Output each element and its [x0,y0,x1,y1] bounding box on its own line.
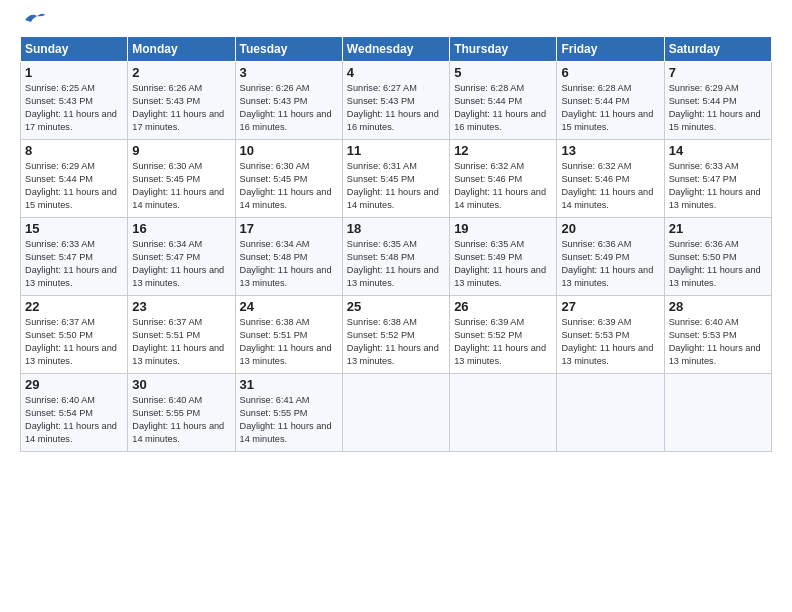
day-info: Sunrise: 6:37 AMSunset: 5:51 PMDaylight:… [132,316,230,368]
calendar-row-1: 8Sunrise: 6:29 AMSunset: 5:44 PMDaylight… [21,140,772,218]
day-number: 14 [669,143,767,158]
header-day-monday: Monday [128,37,235,62]
day-info: Sunrise: 6:33 AMSunset: 5:47 PMDaylight:… [25,238,123,290]
day-info: Sunrise: 6:26 AMSunset: 5:43 PMDaylight:… [240,82,338,134]
day-number: 8 [25,143,123,158]
day-number: 5 [454,65,552,80]
day-info: Sunrise: 6:32 AMSunset: 5:46 PMDaylight:… [561,160,659,212]
calendar-cell: 19Sunrise: 6:35 AMSunset: 5:49 PMDayligh… [450,218,557,296]
day-number: 15 [25,221,123,236]
day-number: 20 [561,221,659,236]
day-number: 1 [25,65,123,80]
header-row: SundayMondayTuesdayWednesdayThursdayFrid… [21,37,772,62]
calendar-table: SundayMondayTuesdayWednesdayThursdayFrid… [20,36,772,452]
calendar-cell: 23Sunrise: 6:37 AMSunset: 5:51 PMDayligh… [128,296,235,374]
day-number: 2 [132,65,230,80]
calendar-cell: 16Sunrise: 6:34 AMSunset: 5:47 PMDayligh… [128,218,235,296]
day-number: 18 [347,221,445,236]
day-info: Sunrise: 6:33 AMSunset: 5:47 PMDaylight:… [669,160,767,212]
day-info: Sunrise: 6:30 AMSunset: 5:45 PMDaylight:… [240,160,338,212]
calendar-row-2: 15Sunrise: 6:33 AMSunset: 5:47 PMDayligh… [21,218,772,296]
day-number: 4 [347,65,445,80]
calendar-row-3: 22Sunrise: 6:37 AMSunset: 5:50 PMDayligh… [21,296,772,374]
day-number: 3 [240,65,338,80]
day-number: 17 [240,221,338,236]
day-info: Sunrise: 6:28 AMSunset: 5:44 PMDaylight:… [454,82,552,134]
header-day-friday: Friday [557,37,664,62]
day-info: Sunrise: 6:39 AMSunset: 5:53 PMDaylight:… [561,316,659,368]
calendar-cell: 1Sunrise: 6:25 AMSunset: 5:43 PMDaylight… [21,62,128,140]
day-number: 29 [25,377,123,392]
day-info: Sunrise: 6:36 AMSunset: 5:49 PMDaylight:… [561,238,659,290]
calendar-row-4: 29Sunrise: 6:40 AMSunset: 5:54 PMDayligh… [21,374,772,452]
calendar-cell: 21Sunrise: 6:36 AMSunset: 5:50 PMDayligh… [664,218,771,296]
day-info: Sunrise: 6:27 AMSunset: 5:43 PMDaylight:… [347,82,445,134]
calendar-row-0: 1Sunrise: 6:25 AMSunset: 5:43 PMDaylight… [21,62,772,140]
calendar-cell: 7Sunrise: 6:29 AMSunset: 5:44 PMDaylight… [664,62,771,140]
day-info: Sunrise: 6:32 AMSunset: 5:46 PMDaylight:… [454,160,552,212]
header-day-thursday: Thursday [450,37,557,62]
calendar-cell: 2Sunrise: 6:26 AMSunset: 5:43 PMDaylight… [128,62,235,140]
calendar-cell: 30Sunrise: 6:40 AMSunset: 5:55 PMDayligh… [128,374,235,452]
calendar-cell: 8Sunrise: 6:29 AMSunset: 5:44 PMDaylight… [21,140,128,218]
day-number: 26 [454,299,552,314]
day-info: Sunrise: 6:28 AMSunset: 5:44 PMDaylight:… [561,82,659,134]
calendar-body: 1Sunrise: 6:25 AMSunset: 5:43 PMDaylight… [21,62,772,452]
day-number: 11 [347,143,445,158]
day-number: 12 [454,143,552,158]
calendar-cell: 9Sunrise: 6:30 AMSunset: 5:45 PMDaylight… [128,140,235,218]
calendar-cell: 22Sunrise: 6:37 AMSunset: 5:50 PMDayligh… [21,296,128,374]
day-number: 6 [561,65,659,80]
day-number: 24 [240,299,338,314]
day-number: 19 [454,221,552,236]
day-info: Sunrise: 6:40 AMSunset: 5:55 PMDaylight:… [132,394,230,446]
calendar-cell: 17Sunrise: 6:34 AMSunset: 5:48 PMDayligh… [235,218,342,296]
calendar-cell [557,374,664,452]
day-info: Sunrise: 6:34 AMSunset: 5:47 PMDaylight:… [132,238,230,290]
calendar-cell: 3Sunrise: 6:26 AMSunset: 5:43 PMDaylight… [235,62,342,140]
day-info: Sunrise: 6:39 AMSunset: 5:52 PMDaylight:… [454,316,552,368]
header-day-tuesday: Tuesday [235,37,342,62]
header-day-saturday: Saturday [664,37,771,62]
calendar-cell: 26Sunrise: 6:39 AMSunset: 5:52 PMDayligh… [450,296,557,374]
day-info: Sunrise: 6:37 AMSunset: 5:50 PMDaylight:… [25,316,123,368]
calendar-cell: 15Sunrise: 6:33 AMSunset: 5:47 PMDayligh… [21,218,128,296]
day-number: 23 [132,299,230,314]
calendar-cell: 20Sunrise: 6:36 AMSunset: 5:49 PMDayligh… [557,218,664,296]
day-number: 13 [561,143,659,158]
day-number: 16 [132,221,230,236]
day-info: Sunrise: 6:29 AMSunset: 5:44 PMDaylight:… [669,82,767,134]
page: SundayMondayTuesdayWednesdayThursdayFrid… [0,0,792,462]
day-info: Sunrise: 6:35 AMSunset: 5:49 PMDaylight:… [454,238,552,290]
calendar-cell: 4Sunrise: 6:27 AMSunset: 5:43 PMDaylight… [342,62,449,140]
calendar-header: SundayMondayTuesdayWednesdayThursdayFrid… [21,37,772,62]
day-number: 28 [669,299,767,314]
day-info: Sunrise: 6:35 AMSunset: 5:48 PMDaylight:… [347,238,445,290]
day-info: Sunrise: 6:34 AMSunset: 5:48 PMDaylight:… [240,238,338,290]
day-number: 21 [669,221,767,236]
calendar-cell: 27Sunrise: 6:39 AMSunset: 5:53 PMDayligh… [557,296,664,374]
calendar-cell: 14Sunrise: 6:33 AMSunset: 5:47 PMDayligh… [664,140,771,218]
calendar-cell: 29Sunrise: 6:40 AMSunset: 5:54 PMDayligh… [21,374,128,452]
day-number: 25 [347,299,445,314]
day-info: Sunrise: 6:38 AMSunset: 5:51 PMDaylight:… [240,316,338,368]
calendar-cell: 18Sunrise: 6:35 AMSunset: 5:48 PMDayligh… [342,218,449,296]
day-info: Sunrise: 6:26 AMSunset: 5:43 PMDaylight:… [132,82,230,134]
day-info: Sunrise: 6:38 AMSunset: 5:52 PMDaylight:… [347,316,445,368]
calendar-cell: 28Sunrise: 6:40 AMSunset: 5:53 PMDayligh… [664,296,771,374]
header-day-wednesday: Wednesday [342,37,449,62]
logo-bird-icon [23,10,45,28]
calendar-cell: 24Sunrise: 6:38 AMSunset: 5:51 PMDayligh… [235,296,342,374]
calendar-cell: 5Sunrise: 6:28 AMSunset: 5:44 PMDaylight… [450,62,557,140]
day-number: 7 [669,65,767,80]
calendar-cell: 10Sunrise: 6:30 AMSunset: 5:45 PMDayligh… [235,140,342,218]
calendar-cell: 11Sunrise: 6:31 AMSunset: 5:45 PMDayligh… [342,140,449,218]
day-info: Sunrise: 6:29 AMSunset: 5:44 PMDaylight:… [25,160,123,212]
calendar-cell: 12Sunrise: 6:32 AMSunset: 5:46 PMDayligh… [450,140,557,218]
day-info: Sunrise: 6:41 AMSunset: 5:55 PMDaylight:… [240,394,338,446]
day-info: Sunrise: 6:36 AMSunset: 5:50 PMDaylight:… [669,238,767,290]
calendar-cell: 6Sunrise: 6:28 AMSunset: 5:44 PMDaylight… [557,62,664,140]
day-number: 10 [240,143,338,158]
day-number: 30 [132,377,230,392]
calendar-cell: 25Sunrise: 6:38 AMSunset: 5:52 PMDayligh… [342,296,449,374]
